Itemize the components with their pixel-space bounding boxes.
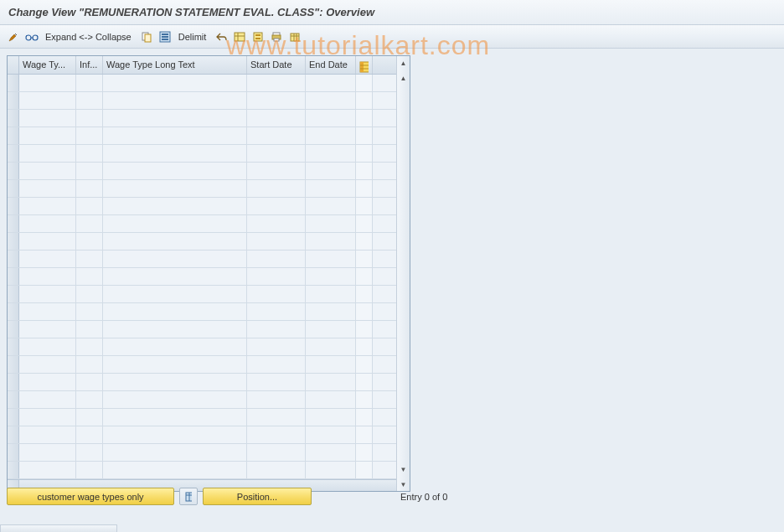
customer-wage-types-button[interactable]: customer wage types only bbox=[7, 488, 174, 505]
svg-rect-7 bbox=[162, 39, 168, 40]
svg-rect-17 bbox=[291, 34, 299, 41]
svg-rect-13 bbox=[255, 38, 260, 39]
table-row[interactable] bbox=[8, 251, 396, 268]
delimit-label[interactable]: Delimit bbox=[175, 32, 212, 42]
table-row[interactable] bbox=[8, 180, 396, 198]
table-row[interactable] bbox=[8, 374, 396, 391]
expand-collapse-label[interactable]: Expand <-> Collapse bbox=[42, 32, 137, 42]
table-row[interactable] bbox=[8, 356, 396, 374]
app-window: Change View "REMUNERATION STATEMENT EVAL… bbox=[0, 0, 784, 532]
col-header-end-date[interactable]: End Date bbox=[306, 56, 356, 74]
glasses-detail-icon[interactable] bbox=[23, 28, 40, 45]
col-header-start-date[interactable]: Start Date bbox=[247, 56, 306, 74]
table-row[interactable] bbox=[8, 391, 396, 409]
svg-rect-3 bbox=[145, 34, 151, 42]
col-header-inf[interactable]: Inf... bbox=[76, 56, 103, 74]
position-button[interactable]: Position... bbox=[203, 488, 312, 505]
table-row[interactable] bbox=[8, 409, 396, 426]
table-row[interactable] bbox=[8, 163, 396, 180]
grid-header: Wage Ty... Inf... Wage Type Long Text St… bbox=[8, 56, 396, 75]
svg-rect-6 bbox=[162, 36, 168, 38]
table-row[interactable] bbox=[8, 92, 396, 110]
col-header-wage-type[interactable]: Wage Ty... bbox=[19, 56, 76, 74]
table-row[interactable] bbox=[8, 303, 396, 321]
table-row[interactable] bbox=[8, 338, 396, 356]
table-row[interactable] bbox=[8, 127, 396, 145]
configure-columns-icon[interactable] bbox=[356, 56, 373, 74]
grid-body bbox=[8, 75, 396, 479]
table-row[interactable] bbox=[8, 110, 396, 127]
table-row[interactable] bbox=[8, 198, 396, 215]
grid-vscroll[interactable]: ▲ ▲ ▼ ▼ bbox=[396, 56, 410, 491]
svg-rect-22 bbox=[360, 62, 364, 72]
customer-wage-types-label: customer wage types only bbox=[37, 492, 143, 502]
table-row[interactable] bbox=[8, 215, 396, 233]
variant-icon[interactable] bbox=[250, 28, 266, 45]
position-search-icon-button[interactable] bbox=[179, 488, 198, 505]
toolbar: Expand <-> Collapse Delimit bbox=[0, 25, 784, 49]
select-all-icon[interactable] bbox=[157, 28, 173, 45]
copy-icon[interactable] bbox=[138, 28, 155, 45]
content-area: Wage Ty... Inf... Wage Type Long Text St… bbox=[0, 49, 784, 498]
export-icon[interactable] bbox=[286, 28, 303, 45]
table-settings-icon[interactable] bbox=[231, 28, 248, 45]
entry-count-label: Entry 0 of 0 bbox=[400, 492, 447, 502]
table-row[interactable] bbox=[8, 286, 396, 303]
col-header-long-text[interactable]: Wage Type Long Text bbox=[103, 56, 247, 74]
table-row[interactable] bbox=[8, 75, 396, 92]
table-row[interactable] bbox=[8, 321, 396, 338]
undo-icon[interactable] bbox=[213, 28, 230, 45]
svg-rect-12 bbox=[255, 34, 260, 36]
svg-rect-16 bbox=[274, 39, 279, 41]
scroll-up2-icon[interactable]: ▲ bbox=[399, 73, 409, 83]
row-selector-header[interactable] bbox=[8, 56, 19, 74]
svg-rect-5 bbox=[162, 34, 168, 35]
pencil-toggle-icon[interactable] bbox=[5, 28, 22, 45]
page-title: Change View "REMUNERATION STATEMENT EVAL… bbox=[8, 6, 374, 18]
table-row[interactable] bbox=[8, 268, 396, 286]
scroll-up-icon[interactable]: ▲ bbox=[399, 58, 409, 68]
svg-rect-11 bbox=[254, 33, 262, 41]
table-row[interactable] bbox=[8, 462, 396, 479]
table-row[interactable] bbox=[8, 444, 396, 462]
table-row[interactable] bbox=[8, 145, 396, 163]
bottom-bar: customer wage types only Position... Ent… bbox=[7, 488, 447, 505]
table-row[interactable] bbox=[8, 233, 396, 251]
position-label: Position... bbox=[237, 492, 277, 502]
data-grid: Wage Ty... Inf... Wage Type Long Text St… bbox=[7, 55, 410, 492]
title-bar: Change View "REMUNERATION STATEMENT EVAL… bbox=[0, 0, 784, 25]
print-icon[interactable] bbox=[268, 28, 285, 45]
table-row[interactable] bbox=[8, 426, 396, 444]
status-strip bbox=[0, 524, 117, 532]
svg-rect-8 bbox=[235, 33, 245, 41]
scroll-down2-icon[interactable]: ▼ bbox=[399, 464, 409, 474]
